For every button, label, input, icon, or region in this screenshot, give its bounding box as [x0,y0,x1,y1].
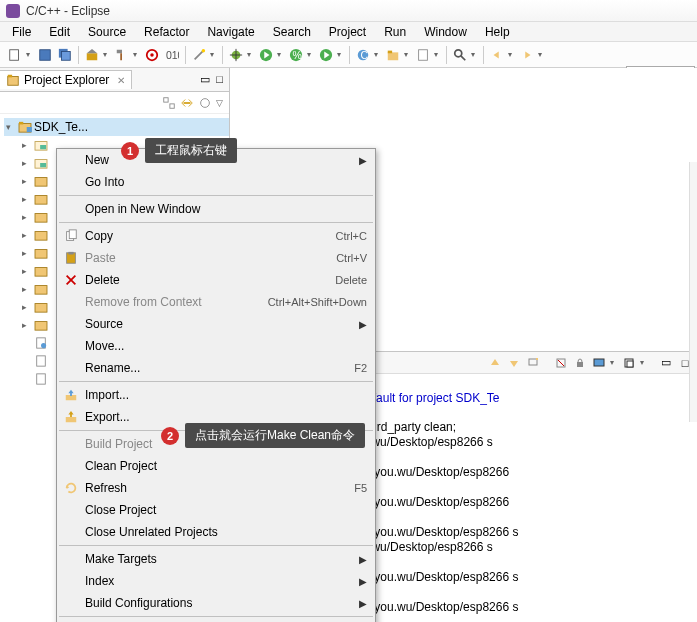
svg-point-27 [455,49,462,56]
menu-item-import[interactable]: Import... [57,384,375,406]
svg-rect-31 [8,77,19,86]
menu-item-make-targets[interactable]: Make Targets▶ [57,548,375,570]
hammer-icon[interactable] [113,46,131,64]
annotation-badge-1: 1 [121,142,139,160]
view-menu-icon[interactable]: ▽ [216,98,223,108]
menu-item-rename[interactable]: Rename...F2 [57,357,375,379]
console-scroll-lock-icon[interactable] [572,355,588,371]
menu-item-go-into[interactable]: Go Into [57,171,375,193]
svg-line-28 [461,55,465,59]
menu-item-close-project[interactable]: Close Project [57,499,375,521]
new-file-icon[interactable] [414,46,432,64]
search-icon[interactable] [451,46,469,64]
menu-item-delete[interactable]: DeleteDelete [57,269,375,291]
new-button-icon[interactable] [6,46,24,64]
svg-marker-5 [87,48,98,52]
menu-item-label: Paste [85,251,116,265]
build-icon[interactable] [83,46,101,64]
shortcut-label: Ctrl+V [336,252,367,264]
save-icon[interactable] [36,46,54,64]
new-class-icon[interactable]: C [354,46,372,64]
svg-rect-46 [35,232,47,241]
menu-file[interactable]: File [4,23,39,41]
menu-item-open-in-new-window[interactable]: Open in New Window [57,198,375,220]
minimize-icon[interactable]: ▭ [658,355,674,371]
new-folder-icon[interactable] [384,46,402,64]
svg-rect-63 [594,359,604,366]
menu-item-label: Close Unrelated Projects [85,525,218,539]
console-clear-icon[interactable] [553,355,569,371]
paste-icon [63,250,79,266]
menu-project[interactable]: Project [321,23,374,41]
tree-project-root[interactable]: ▾ SDK_Te... [4,118,229,136]
binary-icon[interactable]: 010 [163,46,181,64]
menu-run[interactable]: Run [376,23,414,41]
run-icon[interactable] [257,46,275,64]
svg-rect-0 [10,49,19,60]
svg-rect-69 [68,252,73,255]
project-explorer-tab[interactable]: Project Explorer ✕ [0,70,132,89]
minimize-view-icon[interactable]: ▭ [200,73,210,86]
debug-icon[interactable] [227,46,245,64]
menu-source[interactable]: Source [80,23,134,41]
console-display-icon[interactable] [591,355,607,371]
menu-item-label: Refresh [85,481,127,495]
menu-item-move[interactable]: Move... [57,335,375,357]
shortcut-label: Ctrl+Alt+Shift+Down [268,296,367,308]
submenu-arrow-icon: ▶ [359,319,367,330]
menu-item-close-unrelated-projects[interactable]: Close Unrelated Projects [57,521,375,543]
save-all-icon[interactable] [56,46,74,64]
explorer-tab-label: Project Explorer [24,73,109,87]
menu-item-index[interactable]: Index▶ [57,570,375,592]
refresh-icon [63,480,79,496]
wand-icon[interactable] [190,46,208,64]
svg-rect-24 [388,52,399,60]
svg-text:010: 010 [166,48,179,60]
menu-edit[interactable]: Edit [41,23,78,41]
link-editor-icon[interactable] [180,96,194,110]
svg-rect-33 [164,97,168,101]
run-last-icon[interactable] [317,46,335,64]
eclipse-icon [6,4,20,18]
svg-rect-45 [35,214,47,223]
svg-rect-54 [37,356,46,366]
menu-item-label: New [85,153,109,167]
menu-item-refresh[interactable]: RefreshF5 [57,477,375,499]
menu-item-label: Move... [85,339,124,353]
console-down-icon[interactable] [506,355,522,371]
menu-item-source[interactable]: Source▶ [57,313,375,335]
svg-rect-48 [35,268,47,277]
maximize-view-icon[interactable]: □ [216,73,223,86]
menu-item-build-configurations[interactable]: Build Configurations▶ [57,592,375,614]
menu-item-copy[interactable]: CopyCtrl+C [57,225,375,247]
menu-item-label: Open in New Window [85,202,200,216]
menu-refactor[interactable]: Refactor [136,23,197,41]
target-icon[interactable] [143,46,161,64]
svg-rect-7 [120,53,122,60]
shortcut-label: F2 [354,362,367,374]
svg-rect-37 [19,122,23,125]
menu-item-clean-project[interactable]: Clean Project [57,455,375,477]
svg-rect-26 [419,49,428,60]
next-annotation-icon[interactable] [518,46,536,64]
menu-window[interactable]: Window [416,23,475,41]
prev-annotation-icon[interactable] [488,46,506,64]
focus-icon[interactable] [198,96,212,110]
shortcut-label: Ctrl+C [336,230,367,242]
menu-bar: File Edit Source Refactor Navigate Searc… [0,22,697,42]
menu-navigate[interactable]: Navigate [199,23,262,41]
profile-icon[interactable]: % [287,46,305,64]
context-menu: New▶Go IntoOpen in New WindowCopyCtrl+CP… [56,148,376,622]
menu-search[interactable]: Search [265,23,319,41]
collapse-all-icon[interactable] [162,96,176,110]
menu-help[interactable]: Help [477,23,518,41]
console-open-icon[interactable] [621,355,637,371]
close-tab-icon[interactable]: ✕ [117,75,125,86]
svg-rect-34 [170,103,174,107]
window-title: C/C++ - Eclipse [26,4,110,18]
explorer-icon [6,73,20,87]
console-up-icon[interactable] [487,355,503,371]
console-pin-icon[interactable] [525,355,541,371]
svg-text:%: % [293,48,302,60]
svg-rect-44 [35,196,47,205]
